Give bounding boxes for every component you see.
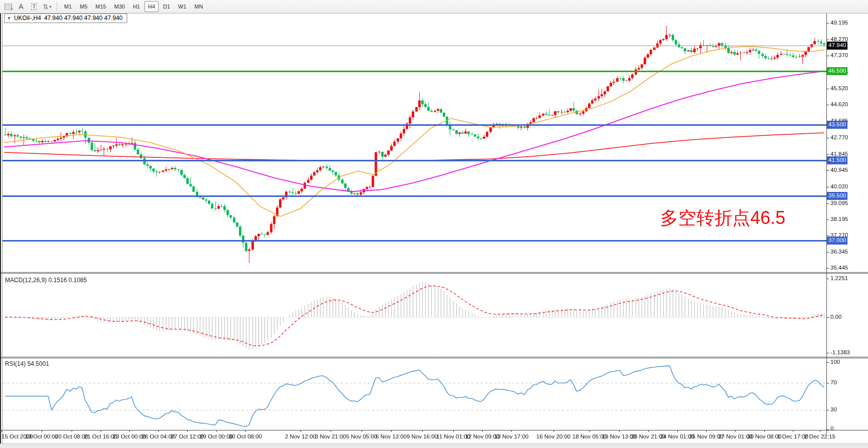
time-tick-label: 29 Oct 00:00 xyxy=(200,433,233,439)
timeframe-button-W1[interactable]: W1 xyxy=(175,1,190,12)
time-tick-label: 1 Dec 17:00 xyxy=(777,433,808,439)
timeframe-button-H4[interactable]: H4 xyxy=(144,1,158,12)
ohlc-values: 47.940 47.940 47.940 47.940 xyxy=(44,15,123,22)
toolbar: F A T ⇅ ▾ M1M5M15M30H1H4D1W1MN xyxy=(0,0,868,14)
time-tick-label: 9 Nov 16:00 xyxy=(407,433,438,439)
price-tick-label: 36.345 xyxy=(830,249,848,255)
time-tick-label: 30 Oct 08:00 xyxy=(229,433,262,439)
time-tick-label: 26 Oct 04:00 xyxy=(142,433,175,439)
time-tick-label: 2 Nov 12:00 xyxy=(285,433,316,439)
timeframe-button-M1[interactable]: M1 xyxy=(61,1,75,12)
symbol-title-box[interactable]: ▼ UKOil-,H4 47.940 47.940 47.940 47.940 xyxy=(4,14,127,23)
time-tick-label: 20 Oct 08:00 xyxy=(55,433,88,439)
price-tick-label: 49.195 xyxy=(830,20,848,26)
grid-glyph: F xyxy=(5,4,12,10)
text-box-icon[interactable]: T xyxy=(28,1,40,12)
timeframe-button-D1[interactable]: D1 xyxy=(160,1,174,12)
time-tick-label: 3 Nov 21:00 xyxy=(315,433,346,439)
time-tick-label: 23 Oct 00:00 xyxy=(113,433,146,439)
time-tick-label: 19 Oct 00:00 xyxy=(25,433,58,439)
time-tick-label: 21 Oct 16:00 xyxy=(84,433,117,439)
time-tick-label: 2 Dec 22:15 xyxy=(804,433,835,439)
price-tick-label: 39.095 xyxy=(830,200,848,206)
macd-scale-label: 1.2251 xyxy=(830,275,848,281)
rsi-scale-label: 70 xyxy=(830,379,837,385)
timeframe-button-M30[interactable]: M30 xyxy=(111,1,128,12)
timeframe-button-group: M1M5M15M30H1H4D1W1MN xyxy=(60,1,207,12)
hline-marker-39.5: 39.500 xyxy=(827,192,847,200)
price-tick-label: 40.945 xyxy=(830,167,848,173)
time-tick-label: 30 Nov 08:00 xyxy=(747,433,781,439)
arrows-tool-icon[interactable]: ⇅ ▾ xyxy=(41,1,53,12)
price-tick-label: 41.845 xyxy=(830,151,848,157)
rsi-label: RSI(14) 54.5001 xyxy=(5,360,49,367)
macd-scale-label: 0.00 xyxy=(830,314,841,320)
arrows-glyph: ⇅ xyxy=(43,3,49,11)
rsi-scale-label: 0 xyxy=(830,425,833,431)
current-price-marker: 47.940 xyxy=(827,42,847,50)
rsi-scale-label: 30 xyxy=(830,406,837,412)
hline-marker-46.5: 46.500 xyxy=(827,67,847,75)
letter-a-glyph: A xyxy=(19,3,23,11)
time-tick-label: 5 Nov 05:00 xyxy=(346,433,377,439)
hline-marker-43.5: 43.500 xyxy=(827,121,847,129)
macd-label: MACD(12,26,9) 0.1516 0.1085 xyxy=(5,277,87,284)
price-tick-label: 47.370 xyxy=(830,52,848,58)
time-tick-label: 13 Nov 17:00 xyxy=(494,433,528,439)
timeframe-button-H1[interactable]: H1 xyxy=(129,1,143,12)
symbol-label: UKOil-,H4 xyxy=(14,15,41,22)
hline-marker-41.5: 41.500 xyxy=(827,156,847,164)
price-tick-label: 40.020 xyxy=(830,183,848,189)
time-tick-label: 6 Nov 13:00 xyxy=(376,433,407,439)
chart-annotation-text: 多空转折点46.5 xyxy=(660,208,785,228)
price-tick-label: 42.770 xyxy=(830,134,848,140)
price-tick-label: 44.620 xyxy=(830,101,848,107)
timeframe-button-MN[interactable]: MN xyxy=(191,1,206,12)
price-tick-label: 45.520 xyxy=(830,85,848,91)
price-tick-label: 38.195 xyxy=(830,216,848,222)
timeframe-button-M5[interactable]: M5 xyxy=(76,1,91,12)
dropdown-caret-icon: ▾ xyxy=(49,5,51,9)
price-tick-label: 35.445 xyxy=(830,265,848,271)
text-label-icon[interactable]: A xyxy=(15,1,27,12)
collapse-triangle-icon[interactable]: ▼ xyxy=(7,15,11,22)
letter-t-glyph: T xyxy=(31,3,38,10)
grid-f-label: F xyxy=(11,7,14,12)
time-tick-label: 16 Nov 20:00 xyxy=(536,433,570,439)
rsi-scale-label: 100 xyxy=(830,359,840,365)
macd-scale-label: -1.1383 xyxy=(830,349,850,355)
timeframe-button-M15[interactable]: M15 xyxy=(92,1,110,12)
toolbar-separator xyxy=(57,2,57,11)
anchor-grid-icon[interactable]: F xyxy=(2,1,14,12)
hline-marker-37.0: 37.000 xyxy=(827,237,847,245)
time-tick-label: 27 Oct 12:00 xyxy=(171,433,204,439)
